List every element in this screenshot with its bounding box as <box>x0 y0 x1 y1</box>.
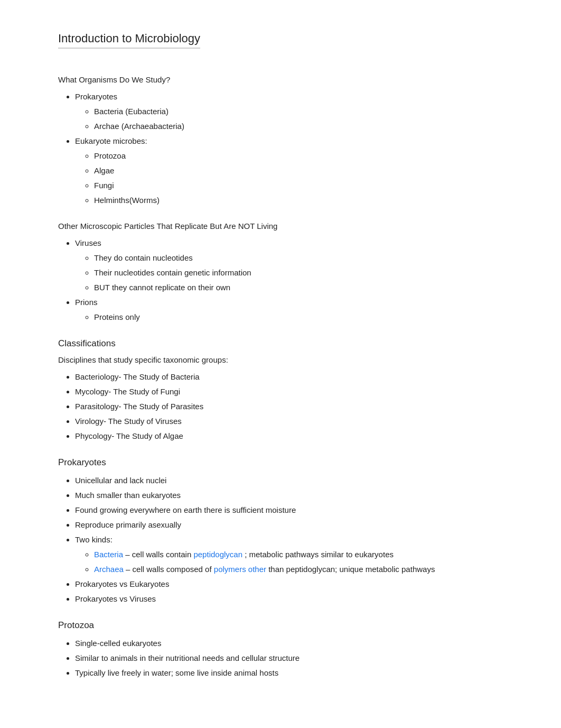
list-item-archae: Archae (Archaeabacteria) <box>94 120 519 133</box>
archaea-sub-text: – cell walls composed of <box>124 565 214 574</box>
peptidoglycan-label: peptidoglycan <box>193 550 242 559</box>
list-item-prot2: Similar to animals in their nutritional … <box>75 652 519 665</box>
list-item-protozoa: Protozoa <box>94 150 519 162</box>
list-item-bacteriology: Bacteriology- The Study of Bacteria <box>75 371 519 383</box>
list-item-pro5: Two kinds: Bacteria – cell walls contain… <box>75 533 519 576</box>
list-item-prions: Prions Proteins only <box>75 296 519 324</box>
polymers-other-label: polymers other <box>214 565 266 574</box>
list-item-virology: Virology- The Study of Viruses <box>75 415 519 428</box>
list-item-virus-sub1: They do contain nucleotides <box>94 252 519 264</box>
list-item-helminths: Helminths(Worms) <box>94 194 519 207</box>
list-item-parasitology: Parasitology- The Study of Parasites <box>75 400 519 413</box>
list-item-fungi: Fungi <box>94 179 519 192</box>
list-item-prokaryotes: Prokaryotes Bacteria (Eubacteria) Archae… <box>75 90 519 133</box>
list-item-pro3: Found growing everywhere on earth there … <box>75 504 519 517</box>
archaea-link: Archaea <box>94 565 124 574</box>
list-item-eukaryote: Eukaryote microbes: Protozoa Algae Fungi… <box>75 135 519 207</box>
classifications-heading: Classifications <box>58 338 519 349</box>
bacteria-sub-text: – cell walls contain <box>123 550 193 559</box>
not-living-heading: Other Microscopic Particles That Replica… <box>58 222 519 231</box>
list-item-virus-sub2: Their nucleotides contain genetic inform… <box>94 266 519 279</box>
list-item-bacteria: Bacteria (Eubacteria) <box>94 105 519 118</box>
list-item-virus-sub3: BUT they cannot replicate on their own <box>94 281 519 294</box>
list-item-phycology: Phycology- The Study of Algae <box>75 430 519 443</box>
list-item-pro4: Reproduce primarily asexually <box>75 519 519 531</box>
list-item-prions-sub1: Proteins only <box>94 311 519 324</box>
protozoa-heading: Protozoa <box>58 620 519 631</box>
list-item-pro7: Prokaryotes vs Viruses <box>75 593 519 605</box>
list-item-prot1: Single-celled eukaryotes <box>75 637 519 650</box>
bacteria-sub-text2: ; metabolic pathways similar to eukaryot… <box>242 550 394 559</box>
archaea-sub-text2: than peptidoglycan; unique metabolic pat… <box>266 565 435 574</box>
prokaryotes-heading: Prokaryotes <box>58 457 519 468</box>
what-organisms-label: What Organisms Do We Study? <box>58 75 519 84</box>
list-item-mycology: Mycology- The Study of Fungi <box>75 385 519 398</box>
disciplines-label: Disciplines that study specific taxonomi… <box>58 355 519 364</box>
bacteria-link: Bacteria <box>94 550 123 559</box>
list-item-prot3: Typically live freely in water; some liv… <box>75 667 519 679</box>
list-item-algae: Algae <box>94 164 519 177</box>
page-title: Introduction to Microbiology <box>58 32 200 49</box>
list-item-pro1: Unicellular and lack nuclei <box>75 474 519 487</box>
list-item-viruses: Viruses They do contain nucleotides Thei… <box>75 237 519 294</box>
list-item-bacteria-sub: Bacteria – cell walls contain peptidogly… <box>94 548 519 561</box>
list-item-pro6: Prokaryotes vs Eukaryotes <box>75 578 519 591</box>
list-item-pro2: Much smaller than eukaryotes <box>75 489 519 502</box>
list-item-archaea-sub: Archaea – cell walls composed of polymer… <box>94 563 519 576</box>
